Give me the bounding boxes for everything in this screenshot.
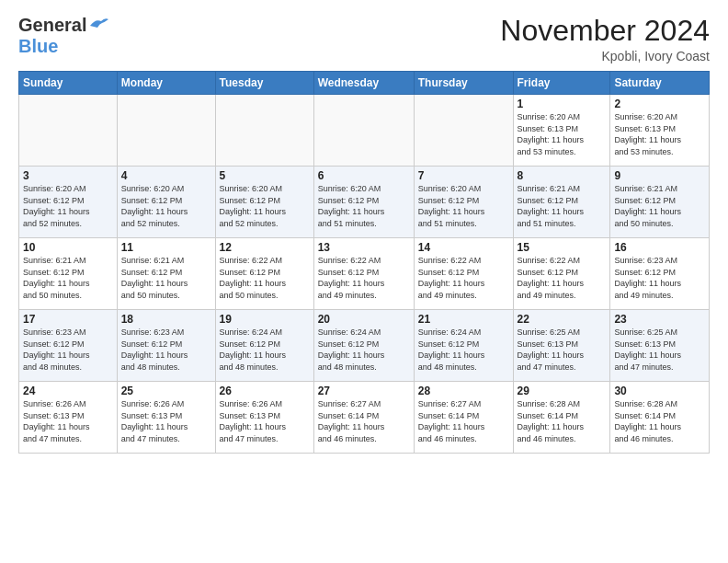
day-info: Sunrise: 6:22 AM Sunset: 6:12 PM Dayligh… [418, 255, 509, 301]
calendar-week-3: 10Sunrise: 6:21 AM Sunset: 6:12 PM Dayli… [19, 238, 710, 310]
day-number: 3 [23, 169, 113, 182]
day-info: Sunrise: 6:21 AM Sunset: 6:12 PM Dayligh… [121, 255, 211, 301]
day-number: 1 [518, 98, 607, 110]
calendar-cell: 30Sunrise: 6:28 AM Sunset: 6:14 PM Dayli… [610, 382, 710, 454]
calendar-cell: 9Sunrise: 6:21 AM Sunset: 6:12 PM Daylig… [610, 167, 710, 238]
logo-blue: Blue [18, 36, 58, 57]
day-number: 16 [614, 241, 705, 254]
day-number: 23 [614, 313, 705, 326]
calendar-week-4: 17Sunrise: 6:23 AM Sunset: 6:12 PM Dayli… [19, 310, 710, 382]
calendar-cell: 3Sunrise: 6:20 AM Sunset: 6:12 PM Daylig… [19, 167, 118, 238]
calendar-cell: 23Sunrise: 6:25 AM Sunset: 6:13 PM Dayli… [610, 310, 710, 382]
day-number: 4 [121, 169, 211, 182]
day-info: Sunrise: 6:26 AM Sunset: 6:13 PM Dayligh… [23, 398, 113, 444]
day-info: Sunrise: 6:25 AM Sunset: 6:13 PM Dayligh… [614, 327, 705, 373]
day-info: Sunrise: 6:27 AM Sunset: 6:14 PM Dayligh… [418, 398, 509, 444]
calendar-cell [215, 95, 313, 167]
calendar-cell: 17Sunrise: 6:23 AM Sunset: 6:12 PM Dayli… [19, 310, 118, 382]
day-number: 11 [121, 241, 211, 254]
calendar-cell: 27Sunrise: 6:27 AM Sunset: 6:14 PM Dayli… [313, 382, 414, 454]
day-info: Sunrise: 6:24 AM Sunset: 6:12 PM Dayligh… [318, 327, 410, 373]
day-info: Sunrise: 6:20 AM Sunset: 6:12 PM Dayligh… [418, 183, 509, 229]
day-number: 28 [418, 385, 509, 397]
weekday-header-tuesday: Tuesday [215, 72, 313, 95]
day-info: Sunrise: 6:22 AM Sunset: 6:12 PM Dayligh… [518, 255, 607, 301]
calendar-table: SundayMondayTuesdayWednesdayThursdayFrid… [18, 71, 710, 454]
day-number: 14 [418, 241, 509, 254]
weekday-header-saturday: Saturday [610, 72, 710, 95]
calendar-week-5: 24Sunrise: 6:26 AM Sunset: 6:13 PM Dayli… [19, 382, 710, 454]
calendar-cell: 8Sunrise: 6:21 AM Sunset: 6:12 PM Daylig… [513, 167, 610, 238]
day-info: Sunrise: 6:28 AM Sunset: 6:14 PM Dayligh… [614, 398, 705, 444]
calendar-week-1: 1Sunrise: 6:20 AM Sunset: 6:13 PM Daylig… [19, 95, 710, 167]
day-number: 20 [318, 313, 410, 326]
logo-bird-icon [88, 17, 108, 33]
day-info: Sunrise: 6:21 AM Sunset: 6:12 PM Dayligh… [23, 255, 113, 301]
day-info: Sunrise: 6:20 AM Sunset: 6:12 PM Dayligh… [220, 183, 310, 229]
day-info: Sunrise: 6:23 AM Sunset: 6:12 PM Dayligh… [614, 255, 705, 301]
day-info: Sunrise: 6:20 AM Sunset: 6:13 PM Dayligh… [614, 111, 705, 157]
day-info: Sunrise: 6:25 AM Sunset: 6:13 PM Dayligh… [518, 327, 607, 373]
calendar-cell: 4Sunrise: 6:20 AM Sunset: 6:12 PM Daylig… [117, 167, 215, 238]
calendar-cell: 15Sunrise: 6:22 AM Sunset: 6:12 PM Dayli… [513, 238, 610, 310]
day-number: 19 [220, 313, 310, 326]
day-number: 5 [220, 169, 310, 182]
title-block: November 2024 Kpobli, Ivory Coast [500, 15, 710, 63]
location: Kpobli, Ivory Coast [500, 49, 710, 63]
day-number: 8 [518, 169, 607, 182]
weekday-header-row: SundayMondayTuesdayWednesdayThursdayFrid… [19, 72, 710, 95]
calendar-cell: 25Sunrise: 6:26 AM Sunset: 6:13 PM Dayli… [117, 382, 215, 454]
weekday-header-sunday: Sunday [19, 72, 118, 95]
day-number: 18 [121, 313, 211, 326]
calendar-cell: 28Sunrise: 6:27 AM Sunset: 6:14 PM Dayli… [414, 382, 513, 454]
calendar-cell: 11Sunrise: 6:21 AM Sunset: 6:12 PM Dayli… [117, 238, 215, 310]
day-info: Sunrise: 6:28 AM Sunset: 6:14 PM Dayligh… [518, 398, 607, 444]
calendar-cell: 1Sunrise: 6:20 AM Sunset: 6:13 PM Daylig… [513, 95, 610, 167]
calendar-cell: 2Sunrise: 6:20 AM Sunset: 6:13 PM Daylig… [610, 95, 710, 167]
calendar-cell: 18Sunrise: 6:23 AM Sunset: 6:12 PM Dayli… [117, 310, 215, 382]
day-info: Sunrise: 6:21 AM Sunset: 6:12 PM Dayligh… [518, 183, 607, 229]
calendar-cell [117, 95, 215, 167]
day-number: 7 [418, 169, 509, 182]
logo: General Blue [18, 15, 108, 57]
calendar-cell: 5Sunrise: 6:20 AM Sunset: 6:12 PM Daylig… [215, 167, 313, 238]
calendar-cell: 20Sunrise: 6:24 AM Sunset: 6:12 PM Dayli… [313, 310, 414, 382]
day-info: Sunrise: 6:21 AM Sunset: 6:12 PM Dayligh… [614, 183, 705, 229]
calendar-cell [313, 95, 414, 167]
day-info: Sunrise: 6:20 AM Sunset: 6:12 PM Dayligh… [23, 183, 113, 229]
day-number: 15 [518, 241, 607, 254]
day-number: 21 [418, 313, 509, 326]
day-info: Sunrise: 6:23 AM Sunset: 6:12 PM Dayligh… [121, 327, 211, 373]
day-number: 26 [220, 385, 310, 397]
weekday-header-friday: Friday [513, 72, 610, 95]
day-info: Sunrise: 6:24 AM Sunset: 6:12 PM Dayligh… [220, 327, 310, 373]
calendar-week-2: 3Sunrise: 6:20 AM Sunset: 6:12 PM Daylig… [19, 167, 710, 238]
day-info: Sunrise: 6:24 AM Sunset: 6:12 PM Dayligh… [418, 327, 509, 373]
calendar-cell: 13Sunrise: 6:22 AM Sunset: 6:12 PM Dayli… [313, 238, 414, 310]
calendar-cell: 19Sunrise: 6:24 AM Sunset: 6:12 PM Dayli… [215, 310, 313, 382]
page-header: General Blue November 2024 Kpobli, Ivory… [18, 15, 710, 63]
day-number: 12 [220, 241, 310, 254]
day-number: 25 [121, 385, 211, 397]
calendar-cell [19, 95, 118, 167]
day-info: Sunrise: 6:22 AM Sunset: 6:12 PM Dayligh… [318, 255, 410, 301]
day-number: 27 [318, 385, 410, 397]
day-info: Sunrise: 6:20 AM Sunset: 6:12 PM Dayligh… [318, 183, 410, 229]
weekday-header-thursday: Thursday [414, 72, 513, 95]
calendar-cell: 24Sunrise: 6:26 AM Sunset: 6:13 PM Dayli… [19, 382, 118, 454]
logo-general: General [18, 15, 86, 36]
day-info: Sunrise: 6:22 AM Sunset: 6:12 PM Dayligh… [220, 255, 310, 301]
day-number: 2 [614, 98, 705, 110]
day-info: Sunrise: 6:26 AM Sunset: 6:13 PM Dayligh… [220, 398, 310, 444]
day-number: 22 [518, 313, 607, 326]
day-number: 24 [23, 385, 113, 397]
day-info: Sunrise: 6:23 AM Sunset: 6:12 PM Dayligh… [23, 327, 113, 373]
calendar-cell: 12Sunrise: 6:22 AM Sunset: 6:12 PM Dayli… [215, 238, 313, 310]
day-number: 29 [518, 385, 607, 397]
calendar-cell: 26Sunrise: 6:26 AM Sunset: 6:13 PM Dayli… [215, 382, 313, 454]
calendar-cell: 21Sunrise: 6:24 AM Sunset: 6:12 PM Dayli… [414, 310, 513, 382]
day-number: 17 [23, 313, 113, 326]
month-title: November 2024 [500, 15, 710, 47]
day-number: 6 [318, 169, 410, 182]
day-number: 10 [23, 241, 113, 254]
